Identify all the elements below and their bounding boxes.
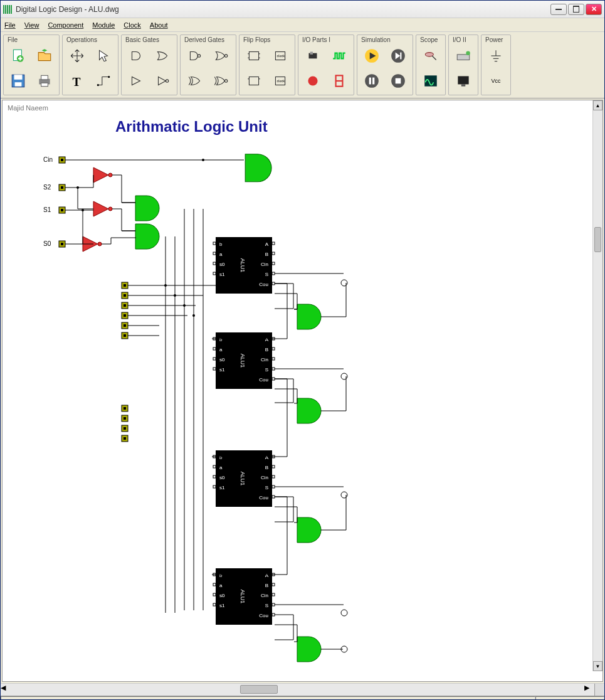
svg-text:S2: S2 [43,184,51,191]
svg-text:Cin: Cin [43,156,53,163]
toolgroup-scope: Scope [416,34,446,95]
minimize-button[interactable] [550,4,567,15]
svg-text:clock: clock [277,79,285,83]
text-tool-button[interactable]: T [65,70,89,92]
buffer-button[interactable] [124,70,148,92]
svg-point-82 [174,294,176,297]
menu-about[interactable]: About [150,21,168,29]
toolgroup-derived-gates: Derived Gates [180,34,236,95]
move-tool-button[interactable] [65,45,89,67]
or-gate-button[interactable] [150,45,174,67]
new-file-button[interactable] [6,45,30,67]
print-button[interactable] [33,70,56,92]
monitor-button[interactable] [451,70,475,92]
menu-file[interactable]: File [4,21,16,29]
svg-rect-45 [458,76,468,84]
svg-point-81 [164,284,167,287]
led-button[interactable] [301,70,325,92]
ff2-button[interactable]: clock [268,45,292,67]
svg-point-35 [365,74,379,88]
window-title: Digital Logic Design - ALU.dwg [16,5,549,14]
app-icon [3,5,13,14]
scroll-down-button[interactable]: ▼ [593,661,602,671]
svg-text:T: T [72,75,80,88]
xnor-gate-button[interactable] [209,70,233,92]
probe-button[interactable] [419,45,443,67]
toolgroup-io-parts-1: I/O Parts I [298,34,354,95]
scroll-up-button[interactable]: ▲ [593,100,602,110]
svg-rect-37 [372,78,374,85]
scope-button[interactable] [419,70,443,92]
keyboard-button[interactable] [451,45,475,67]
svg-point-12 [197,55,200,57]
status-ready: Ready [1,696,535,700]
xor-gate-button[interactable] [183,70,207,92]
ff3-button[interactable] [242,70,266,92]
not-gate-button[interactable] [150,70,174,92]
play-button[interactable] [360,45,384,67]
ground-button[interactable] [484,45,508,67]
and-gate-button[interactable] [124,45,148,67]
svg-point-84 [192,314,195,317]
menubar: File View Component Module Clock About [1,18,604,32]
nor-gate-button[interactable] [209,45,233,67]
display-button[interactable] [327,70,351,92]
toolgroup-flip-flops: Flip Flops clock clock [239,34,295,95]
horizontal-scrollbar[interactable]: ◀ ▶ [1,683,604,696]
svg-line-41 [432,56,436,60]
svg-rect-6 [41,75,48,80]
svg-point-10 [108,76,110,78]
svg-point-44 [466,51,470,55]
nand-gate-button[interactable] [183,45,207,67]
svg-point-9 [97,84,99,86]
step-button[interactable] [386,45,410,67]
vcc-button[interactable]: Vcc [484,70,508,92]
pointer-tool-button[interactable] [92,45,115,67]
menu-module[interactable]: Module [92,21,115,29]
svg-rect-36 [369,78,371,85]
ff1-button[interactable] [242,45,266,67]
svg-text:clock: clock [277,54,285,58]
menu-component[interactable]: Component [48,21,83,29]
maximize-button[interactable] [568,4,584,15]
pause-button[interactable] [360,70,384,92]
svg-rect-7 [41,83,48,86]
svg-point-85 [202,159,204,161]
status-coords: x= 2 y= 537 [535,696,604,700]
svg-point-29 [308,76,317,85]
scroll-right-button[interactable]: ▶ [584,684,594,696]
toolgroup-file: File [3,34,60,95]
svg-text:S1: S1 [43,206,51,213]
open-file-button[interactable] [33,45,56,67]
svg-rect-46 [461,84,466,86]
svg-rect-3 [14,75,23,80]
svg-point-80 [82,209,84,211]
close-button[interactable] [586,4,602,15]
toolbar: File Operations T Basic Gates Derived Ga… [1,32,604,98]
svg-rect-15 [249,52,258,60]
stop-button[interactable] [386,70,410,92]
menu-clock[interactable]: Clock [124,21,141,29]
circuit-diagram[interactable]: ALU1 b a s0 s1 A B Cin S Cou [3,100,586,677]
toolgroup-basic-gates: Basic Gates [121,34,177,95]
switch-button[interactable] [301,45,325,67]
wire-tool-button[interactable] [92,70,115,92]
pulse-button[interactable] [327,45,351,67]
ff4-button[interactable]: clock [268,70,292,92]
svg-rect-22 [249,77,258,85]
svg-point-79 [76,186,79,189]
menu-view[interactable]: View [24,21,39,29]
toolgroup-operations: Operations T [62,34,118,95]
titlebar: Digital Logic Design - ALU.dwg [1,1,604,18]
svg-rect-4 [15,82,22,87]
vertical-scrollbar[interactable]: ▲ ▼ [592,100,602,671]
svg-text:S0: S0 [43,240,51,247]
canvas-area: Majid Naeem Arithmatic Logic Unit ALU1 b… [2,100,603,682]
save-button[interactable] [6,70,30,92]
svg-rect-43 [457,55,470,60]
svg-rect-34 [400,53,401,60]
toolgroup-io-2: I/O II [448,34,478,95]
scroll-left-button[interactable]: ◀ [1,684,11,696]
svg-rect-28 [310,52,313,55]
statusbar: Ready x= 2 y= 537 [1,696,604,700]
